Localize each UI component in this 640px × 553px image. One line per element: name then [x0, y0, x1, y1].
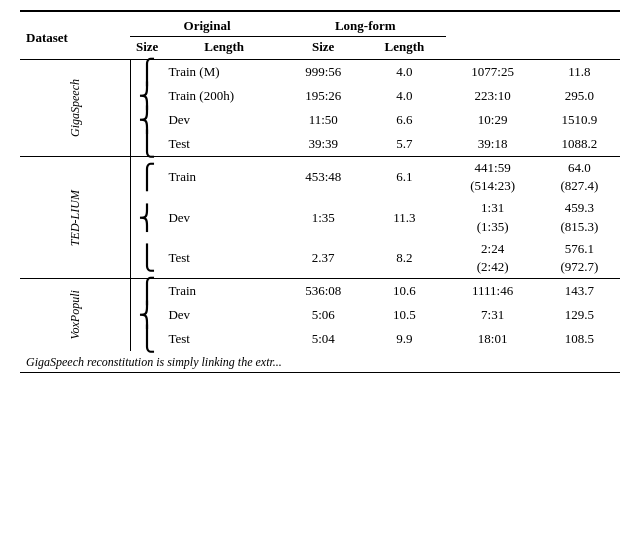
brace-cell: ⎩: [130, 132, 164, 157]
orig-length-cell: 8.2: [362, 238, 446, 279]
brace-cell: ⎨: [130, 84, 164, 108]
orig-size-cell: 1:35: [284, 197, 362, 237]
orig-length-cell: 6.6: [362, 108, 446, 132]
table-row: GigaSpeech⎧Train (M)999:564.01077:2511.8: [20, 60, 620, 85]
long-length-cell: 459.3 (815.3): [539, 197, 620, 237]
brace-cell: ⎩: [130, 238, 164, 279]
long-size-cell: 10:29: [446, 108, 538, 132]
long-length-cell: 11.8: [539, 60, 620, 85]
long-length-cell: 1088.2: [539, 132, 620, 157]
orig-length-cell: 4.0: [362, 84, 446, 108]
dataset-label: Test: [164, 238, 284, 279]
long-length-cell: 295.0: [539, 84, 620, 108]
orig-size-cell: 999:56: [284, 60, 362, 85]
orig-size-cell: 11:50: [284, 108, 362, 132]
long-length-cell: 576.1 (972.7): [539, 238, 620, 279]
orig-size-cell: 5:06: [284, 303, 362, 327]
orig-size-header: Size: [130, 37, 164, 60]
orig-length-header: Length: [164, 37, 284, 60]
dataset-label: Dev: [164, 197, 284, 237]
orig-length-cell: 4.0: [362, 60, 446, 85]
brace-cell: ⎨: [130, 303, 164, 327]
table-row: TED-LIUM⎧Train453:486.1441:59 (514:23)64…: [20, 157, 620, 198]
long-size-cell: 1111:46: [446, 279, 538, 304]
orig-length-cell: 5.7: [362, 132, 446, 157]
orig-length-cell: 9.9: [362, 327, 446, 351]
long-size-cell: 441:59 (514:23): [446, 157, 538, 198]
long-size-cell: 223:10: [446, 84, 538, 108]
long-length-cell: 129.5: [539, 303, 620, 327]
long-length-header: Length: [362, 37, 446, 60]
brace-cell: ⎨: [130, 108, 164, 132]
data-table: Dataset Original Long-form Size Length S…: [20, 10, 620, 373]
footnote-row: GigaSpeech reconstitution is simply link…: [20, 351, 620, 373]
orig-size-cell: 5:04: [284, 327, 362, 351]
original-header: Original: [130, 11, 284, 37]
orig-length-cell: 6.1: [362, 157, 446, 198]
long-length-cell: 108.5: [539, 327, 620, 351]
dataset-label: Train: [164, 157, 284, 198]
group-label: GigaSpeech: [20, 60, 130, 157]
header-row-1: Dataset Original Long-form: [20, 11, 620, 37]
long-size-cell: 18:01: [446, 327, 538, 351]
dataset-label: Test: [164, 132, 284, 157]
orig-size-cell: 2.37: [284, 238, 362, 279]
orig-size-cell: 453:48: [284, 157, 362, 198]
longform-header: Long-form: [284, 11, 446, 37]
long-length-cell: 143.7: [539, 279, 620, 304]
table-container: Dataset Original Long-form Size Length S…: [20, 10, 620, 373]
orig-size-cell: 195:26: [284, 84, 362, 108]
long-size-cell: 1:31 (1:35): [446, 197, 538, 237]
dataset-label: Test: [164, 327, 284, 351]
dataset-col-header: Dataset: [20, 11, 130, 60]
group-label: TED-LIUM: [20, 157, 130, 279]
orig-length-cell: 11.3: [362, 197, 446, 237]
brace-cell: ⎧: [130, 279, 164, 304]
dataset-label: Train: [164, 279, 284, 304]
orig-size-cell: 536:08: [284, 279, 362, 304]
orig-length-cell: 10.5: [362, 303, 446, 327]
orig-size-cell: 39:39: [284, 132, 362, 157]
dataset-label: Train (M): [164, 60, 284, 85]
dataset-label: Dev: [164, 108, 284, 132]
brace-cell: ⎧: [130, 157, 164, 198]
group-label: VoxPopuli: [20, 279, 130, 352]
orig-length-cell: 10.6: [362, 279, 446, 304]
long-length-cell: 64.0 (827.4): [539, 157, 620, 198]
long-size-cell: 2:24 (2:42): [446, 238, 538, 279]
dataset-label: Dev: [164, 303, 284, 327]
long-size-cell: 39:18: [446, 132, 538, 157]
brace-cell: ⎨: [130, 197, 164, 237]
long-length-cell: 1510.9: [539, 108, 620, 132]
long-size-cell: 1077:25: [446, 60, 538, 85]
brace-cell: ⎧: [130, 60, 164, 85]
brace-cell: ⎩: [130, 327, 164, 351]
footnote-text: GigaSpeech reconstitution is simply link…: [20, 351, 446, 373]
dataset-label: Train (200h): [164, 84, 284, 108]
table-row: VoxPopuli⎧Train536:0810.61111:46143.7: [20, 279, 620, 304]
long-size-header: Size: [284, 37, 362, 60]
long-size-cell: 7:31: [446, 303, 538, 327]
